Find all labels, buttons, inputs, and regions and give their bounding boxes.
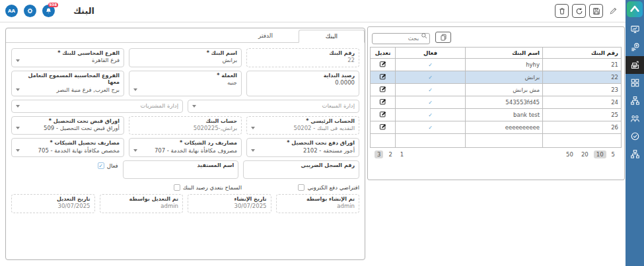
cell-bank-number: 23	[543, 83, 622, 96]
page-size-10[interactable]: 10	[594, 150, 606, 158]
edit-row-button[interactable]	[379, 73, 386, 80]
edit-button[interactable]	[606, 4, 620, 18]
cell-active: ✓	[396, 121, 466, 133]
branches-icon[interactable]	[626, 145, 644, 163]
table-row[interactable]: 25bank test✓	[371, 108, 622, 121]
field[interactable]: مصاريف رد الشيكات *707 - مصروف مكافأة نه…	[129, 138, 242, 157]
finance-icon[interactable]	[626, 38, 644, 56]
settings-button[interactable]	[24, 5, 36, 17]
table-row[interactable]: 26eeeeeeeeee✓	[371, 121, 622, 133]
field[interactable]: الحساب الرئيسي *50202 - النقديه فى البنك	[246, 116, 359, 135]
accessibility-button[interactable]: AA	[5, 5, 18, 17]
checkbox-field[interactable]: ✓فعال	[11, 160, 118, 178]
employees-icon[interactable]	[626, 110, 644, 127]
field[interactable]: الفرع المحاسبي للبنك *فرع القاهرة	[11, 48, 124, 67]
record-toolbar	[555, 4, 620, 18]
field[interactable]: إدارة المشتريات	[11, 100, 183, 112]
field[interactable]: اسم المستفيد	[123, 160, 239, 178]
checkbox-field[interactable]: السماح بتعدي رصيد البنك	[129, 182, 242, 191]
field[interactable]: رصيد البداية0.0000	[246, 71, 359, 96]
field[interactable]: اسم البنك *برانش	[129, 48, 242, 67]
chevron-down-icon	[133, 149, 137, 152]
pagination: 5102050 123	[371, 148, 622, 159]
field[interactable]: تاريخ الإنشاء30/07/2025	[188, 194, 271, 213]
edit-row-button[interactable]	[379, 123, 386, 130]
spacer	[11, 182, 124, 191]
field[interactable]: حساب البنكبرانش,-5020225	[129, 116, 242, 135]
field[interactable]: تم التعديل بواسطةadmin	[100, 194, 184, 213]
delete-button[interactable]	[555, 4, 569, 18]
field[interactable]: رقم البنك22	[246, 48, 359, 67]
field-label: العملة *	[133, 73, 237, 79]
field-label: مصاريف تحصيل الشيكات *	[16, 140, 120, 147]
page-size-50[interactable]: 50	[563, 150, 576, 158]
checkbox-box[interactable]	[298, 184, 304, 191]
form-row: الحساب الرئيسي *50202 - النقديه فى البنك…	[11, 116, 359, 135]
field[interactable]: رقم السجل الضريبي	[243, 160, 359, 178]
tab-bank[interactable]: البنك	[299, 30, 365, 43]
field-value: برانش,-5020225	[133, 125, 237, 132]
chevron-down-icon	[251, 127, 255, 129]
quality-badge-icon[interactable]	[626, 127, 644, 145]
field-label: الفروع المحاسبية المسموح التعامل معها	[16, 73, 120, 86]
tab-ledger[interactable]: الدفتر	[233, 30, 299, 42]
checkbox-box[interactable]: ✓	[98, 162, 104, 169]
hierarchy-icon[interactable]	[626, 92, 644, 110]
field[interactable]: تاريخ التعديل30/07/2025	[11, 194, 95, 213]
table-row[interactable]: 23مش برانش✓	[371, 83, 622, 96]
page-2[interactable]: 2	[386, 150, 394, 158]
page-3[interactable]: 3	[375, 150, 383, 158]
edit-row-button[interactable]	[379, 98, 386, 105]
table-row[interactable]: 22برانش✓	[371, 71, 622, 83]
edit-row-button[interactable]	[379, 110, 386, 117]
field-label: اسم البنك *	[133, 50, 237, 57]
field[interactable]: مصاريف تحصيل الشيكات *705 - مخصص مكافأة …	[11, 138, 124, 157]
field[interactable]: إدارة المبيعات	[188, 100, 359, 112]
modules-icon[interactable]	[626, 74, 644, 92]
field-label: تاريخ الإنشاء	[192, 196, 267, 203]
empty-cell	[371, 133, 396, 147]
field-label: مصاريف رد الشيكات *	[133, 140, 237, 147]
page-size-5[interactable]: 5	[609, 150, 618, 158]
page-size-20[interactable]: 20	[579, 150, 591, 158]
page-title: البنك	[73, 6, 94, 16]
cell-edit	[371, 108, 396, 121]
refresh-button[interactable]	[572, 4, 586, 18]
checkbox-label: افتراضي دفع الكتروني	[307, 184, 359, 191]
notifications-button[interactable]: 938	[42, 5, 55, 17]
checkbox-field[interactable]: افتراضي دفع الكتروني	[246, 182, 359, 191]
page-size-selector: 5102050	[562, 150, 619, 158]
field[interactable]: اوراق قبض تحت التحصيل *509 - أوراق قبض ت…	[11, 116, 124, 135]
refresh-icon	[575, 7, 583, 15]
field-value: 707 - مصروف مكافأة نهاية الخدمة	[133, 147, 237, 154]
field-value: 50202 - النقديه فى البنك	[251, 125, 355, 132]
dashboard-icon[interactable]	[626, 20, 644, 38]
field-value: admin	[104, 203, 179, 210]
field[interactable]: الفروع المحاسبية المسموح التعامل معهابرج…	[11, 71, 124, 96]
form-row: إدارة المبيعاتإدارة المشتريات	[11, 100, 359, 112]
cell-active: ✓	[396, 71, 466, 83]
copy-button[interactable]	[435, 32, 451, 43]
table-header-row: رقم البنك اسم البنك فعال تعديل	[371, 47, 622, 58]
checkbox-box[interactable]	[174, 184, 180, 191]
cell-bank-name: برانش	[466, 71, 543, 83]
table-row[interactable]: 21hyhy✓	[371, 58, 622, 71]
check-icon: ✓	[428, 100, 433, 106]
check-icon: ✓	[428, 87, 433, 93]
field[interactable]: اوراق دفع تحت التحصيل *2102 - أجور مستحق…	[246, 138, 359, 157]
table-row[interactable]: 24543553fd45✓	[371, 96, 622, 108]
field-label: رصيد البداية	[251, 73, 355, 79]
field-label: تم التعديل بواسطة	[104, 196, 179, 203]
field-label: الفرع المحاسبي للبنك *	[16, 50, 120, 57]
save-button[interactable]	[589, 4, 603, 18]
page-1[interactable]: 1	[398, 150, 406, 158]
edit-row-button[interactable]	[379, 60, 386, 67]
cell-bank-name: مش برانش	[466, 83, 543, 96]
app-logo[interactable]	[627, 1, 643, 17]
field[interactable]: العملة *جنيه	[129, 71, 242, 96]
edit-row-button[interactable]	[379, 85, 386, 92]
cell-bank-number: 25	[543, 108, 622, 121]
cash-register-icon[interactable]	[626, 56, 644, 74]
field[interactable]: تم الإنشاء بواسطةadmin	[276, 194, 360, 213]
empty-cell	[543, 133, 622, 147]
